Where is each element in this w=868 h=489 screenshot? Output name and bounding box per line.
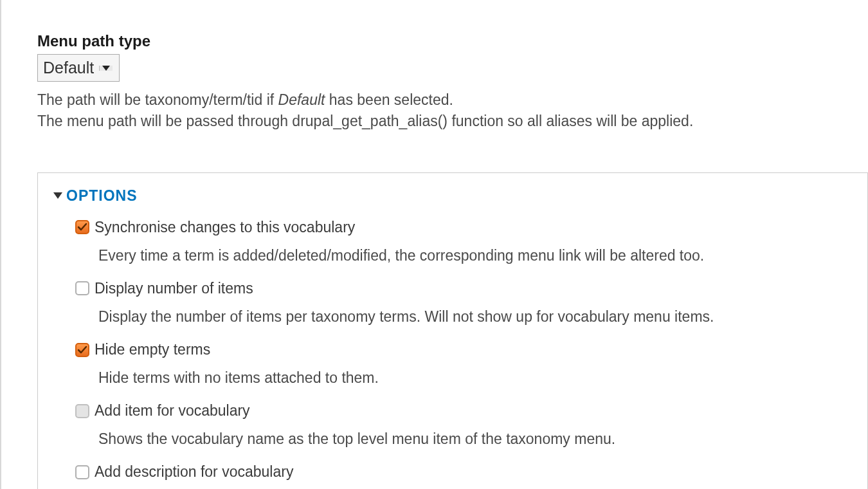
- option-display-number: Display number of items Display the numb…: [75, 280, 852, 327]
- options-fieldset: OPTIONS Synchronise changes to this voca…: [37, 172, 868, 489]
- collapse-arrow-icon: [53, 192, 62, 199]
- option-sync-changes: Synchronise changes to this vocabulary E…: [75, 219, 852, 266]
- form-wrapper: Menu path type Default The path will be …: [1, 0, 868, 489]
- menu-path-type-label: Menu path type: [37, 32, 868, 50]
- checkbox-display-number[interactable]: [75, 281, 89, 295]
- options-legend-toggle[interactable]: OPTIONS: [53, 187, 852, 205]
- option-add-desc-vocab: Add description for vocabulary: [75, 463, 852, 481]
- option-hide-desc: Hide terms with no items attached to the…: [98, 367, 852, 388]
- options-legend-text: OPTIONS: [66, 187, 138, 205]
- menu-path-type-select[interactable]: Default: [37, 54, 120, 82]
- checkbox-hide-empty[interactable]: [75, 343, 89, 357]
- option-sync-label: Synchronise changes to this vocabulary: [95, 219, 355, 236]
- checkbox-add-desc[interactable]: [75, 465, 89, 479]
- option-add-desc-label: Add description for vocabulary: [95, 463, 293, 481]
- option-add-desc-row[interactable]: Add description for vocabulary: [75, 463, 852, 481]
- dropdown-arrow-icon: [102, 66, 110, 71]
- menu-path-select-value: Default: [43, 59, 95, 77]
- select-arrow-wrap: [99, 66, 113, 71]
- option-display-label: Display number of items: [95, 280, 253, 297]
- menu-path-description: The path will be taxonomy/term/tid if De…: [37, 89, 868, 133]
- option-add-vocab-item: Add item for vocabulary Shows the vocabu…: [75, 402, 852, 449]
- option-hide-label: Hide empty terms: [95, 341, 210, 358]
- checkbox-add-vocab[interactable]: [75, 404, 89, 418]
- checkbox-sync[interactable]: [75, 220, 89, 234]
- option-display-row[interactable]: Display number of items: [75, 280, 852, 297]
- option-sync-row[interactable]: Synchronise changes to this vocabulary: [75, 219, 852, 236]
- option-hide-empty: Hide empty terms Hide terms with no item…: [75, 341, 852, 388]
- option-add-vocab-row[interactable]: Add item for vocabulary: [75, 402, 852, 420]
- option-display-desc: Display the number of items per taxonomy…: [98, 306, 852, 327]
- option-sync-desc: Every time a term is added/deleted/modif…: [98, 245, 852, 266]
- option-add-vocab-desc: Shows the vocabulary name as the top lev…: [98, 429, 852, 449]
- menu-path-select-wrapper: Default: [37, 54, 868, 82]
- option-add-vocab-label: Add item for vocabulary: [95, 402, 250, 420]
- option-hide-row[interactable]: Hide empty terms: [75, 341, 852, 358]
